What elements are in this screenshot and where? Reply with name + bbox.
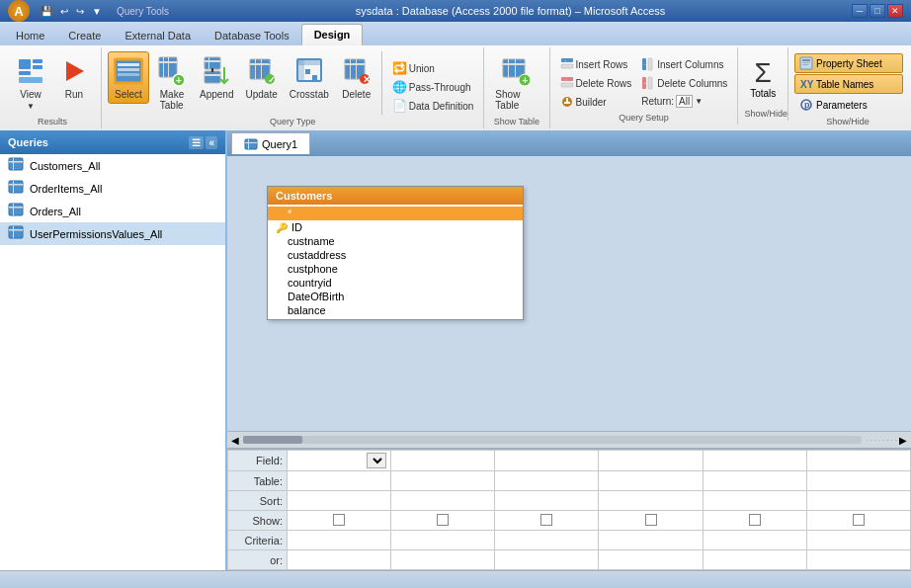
table-field-balance[interactable]: balance	[268, 303, 523, 317]
crosstab-button[interactable]: Crosstab	[285, 51, 334, 104]
sidebar-collapse-btn[interactable]: «	[206, 136, 217, 149]
grid-cell-table-6[interactable]	[806, 471, 910, 491]
redo-quick-btn[interactable]: ↪	[73, 4, 87, 19]
grid-cell-field-1[interactable]: ▼	[288, 451, 391, 471]
return-dropdown-icon[interactable]: ▼	[695, 97, 703, 106]
sidebar-item-orders-all[interactable]: Orders_All	[0, 200, 225, 222]
grid-cell-criteria-4[interactable]	[599, 531, 703, 550]
delete-rows-button[interactable]: ↓ Delete Rows	[556, 74, 636, 92]
field-select[interactable]: ▼	[367, 453, 386, 468]
union-button[interactable]: 🔁 Union	[388, 59, 478, 77]
view-button[interactable]: View ▼	[10, 51, 51, 115]
grid-cell-sort-5[interactable]	[703, 491, 806, 511]
show-checkbox-2[interactable]	[437, 514, 449, 526]
horizontal-scrollbar[interactable]: ◀ ········ ▶	[227, 431, 911, 449]
grid-cell-table-2[interactable]	[391, 471, 495, 491]
grid-cell-criteria-3[interactable]	[495, 531, 599, 550]
grid-cell-field-2[interactable]	[391, 451, 495, 471]
grid-cell-or-5[interactable]	[703, 550, 806, 570]
grid-cell-field-6[interactable]	[806, 451, 910, 471]
dropdown-quick-btn[interactable]: ▼	[89, 4, 105, 19]
property-sheet-button[interactable]: Property Sheet	[794, 53, 903, 73]
minimize-button[interactable]: ─	[852, 4, 868, 18]
field-dropdown-cell[interactable]: ▼	[291, 453, 386, 468]
grid-cell-show-2[interactable]	[391, 511, 495, 531]
return-value[interactable]: All	[676, 95, 693, 108]
table-title[interactable]: Customers	[268, 187, 523, 205]
grid-cell-sort-4[interactable]	[599, 491, 703, 511]
tab-design[interactable]: Design	[301, 24, 364, 45]
show-checkbox-6[interactable]	[853, 514, 865, 526]
grid-cell-field-5[interactable]	[703, 451, 806, 471]
sidebar-item-customers-all[interactable]: Customers_All	[0, 154, 225, 177]
delete-columns-button[interactable]: ← Delete Columns	[637, 74, 731, 92]
grid-cell-or-1[interactable]	[288, 550, 391, 570]
grid-cell-or-2[interactable]	[391, 550, 495, 570]
grid-cell-criteria-5[interactable]	[703, 531, 806, 550]
grid-cell-sort-3[interactable]	[495, 491, 599, 511]
builder-button[interactable]: Builder	[556, 93, 636, 111]
grid-cell-criteria-2[interactable]	[391, 531, 495, 550]
close-button[interactable]: ✕	[887, 4, 903, 18]
show-checkbox-5[interactable]	[749, 514, 761, 526]
grid-cell-show-5[interactable]	[703, 511, 806, 531]
run-button[interactable]: Run	[53, 51, 95, 104]
grid-cell-table-1[interactable]	[288, 471, 391, 491]
sidebar-item-userpermissions-all[interactable]: UserPermissionsValues_All	[0, 222, 225, 245]
grid-cell-table-4[interactable]	[599, 471, 703, 491]
show-table-button[interactable]: + Show Table	[490, 51, 542, 115]
grid-cell-or-3[interactable]	[495, 550, 599, 570]
totals-button[interactable]: Σ Totals	[745, 56, 781, 102]
sidebar-item-orderitems-all[interactable]: OrderItems_All	[0, 177, 225, 200]
parameters-button[interactable]: p Parameters	[794, 95, 903, 115]
insert-columns-button[interactable]: → Insert Columns	[637, 55, 731, 73]
show-checkbox-3[interactable]	[540, 514, 552, 526]
grid-cell-field-4[interactable]	[599, 451, 703, 471]
tab-home[interactable]: Home	[4, 26, 56, 45]
table-names-button[interactable]: XYZ Table Names	[794, 74, 903, 94]
table-field-countryid[interactable]: countryid	[268, 276, 523, 290]
scroll-right-btn[interactable]: ▶	[899, 435, 907, 446]
show-checkbox-4[interactable]	[645, 514, 657, 526]
query-design-area[interactable]: Customers * 🔑 ID custname custaddress cu…	[227, 156, 911, 431]
undo-quick-btn[interactable]: ↩	[57, 4, 71, 19]
maximize-button[interactable]: □	[870, 4, 885, 18]
grid-cell-show-6[interactable]	[806, 511, 910, 531]
grid-cell-sort-6[interactable]	[806, 491, 910, 511]
grid-cell-sort-1[interactable]	[288, 491, 391, 511]
save-quick-btn[interactable]: 💾	[38, 4, 55, 19]
grid-cell-table-3[interactable]	[495, 471, 599, 491]
table-field-dateofbirth[interactable]: DateOfBirth	[268, 290, 523, 303]
tab-external-data[interactable]: External Data	[113, 26, 203, 45]
table-field-id[interactable]: 🔑 ID	[268, 220, 523, 234]
return-dropdown[interactable]: Return: All ▼	[637, 93, 731, 110]
grid-cell-or-4[interactable]	[599, 550, 703, 570]
table-field-custname[interactable]: custname	[268, 234, 523, 248]
query-tab-1[interactable]: Query1	[231, 132, 310, 154]
scrollbar-track[interactable]	[243, 436, 862, 444]
table-field-custphone[interactable]: custphone	[268, 262, 523, 276]
table-field-all[interactable]: *	[268, 207, 523, 220]
sidebar-menu-btn[interactable]: ☰	[189, 136, 204, 149]
make-table-button[interactable]: + MakeTable	[151, 51, 193, 115]
scroll-left-btn[interactable]: ◀	[231, 435, 239, 446]
grid-cell-show-1[interactable]	[288, 511, 391, 531]
scrollbar-thumb[interactable]	[243, 436, 302, 444]
grid-cell-table-5[interactable]	[703, 471, 806, 491]
update-button[interactable]: ✓ Update	[240, 51, 282, 104]
grid-cell-criteria-6[interactable]	[806, 531, 910, 550]
show-checkbox-1[interactable]	[333, 514, 345, 526]
pass-through-button[interactable]: 🌐 Pass-Through	[388, 78, 478, 96]
grid-cell-show-3[interactable]	[495, 511, 599, 531]
data-definition-button[interactable]: 📄 Data Definition	[388, 97, 478, 115]
table-field-custaddress[interactable]: custaddress	[268, 248, 523, 262]
grid-cell-show-4[interactable]	[599, 511, 703, 531]
grid-cell-criteria-1[interactable]	[288, 531, 391, 550]
insert-rows-button[interactable]: ↑ Insert Rows	[556, 55, 636, 73]
grid-cell-sort-2[interactable]	[391, 491, 495, 511]
tab-create[interactable]: Create	[56, 26, 113, 45]
select-button[interactable]: Select	[108, 51, 149, 104]
grid-cell-or-6[interactable]	[806, 550, 910, 570]
delete-button[interactable]: ✕ Delete	[336, 51, 377, 104]
grid-cell-field-3[interactable]	[495, 451, 599, 471]
